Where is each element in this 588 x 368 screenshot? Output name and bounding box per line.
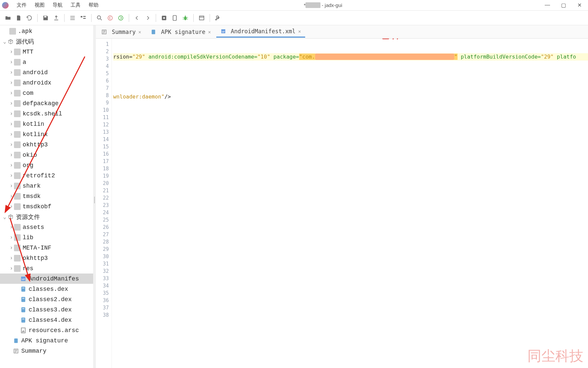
flatten-icon[interactable]	[68, 13, 77, 23]
tab-apk-signature[interactable]: APK signature ✕	[146, 27, 215, 37]
code-content[interactable]: rsion="29" android:compileSdkVersionCode…	[112, 39, 588, 368]
chevron-right-icon[interactable]	[9, 152, 14, 158]
tree-source-root[interactable]: 源代码	[0, 36, 93, 47]
tree-package[interactable]: tmsdkobf	[0, 201, 93, 212]
chevron-right-icon[interactable]	[9, 235, 14, 241]
tree-summary[interactable]: Summary	[0, 346, 93, 356]
close-icon[interactable]: ✕	[138, 29, 141, 35]
goto-right-icon[interactable]	[143, 13, 152, 23]
tree-label: kotlin	[23, 121, 44, 127]
tree-label: META-INF	[23, 245, 51, 251]
chevron-down-icon[interactable]	[2, 38, 7, 45]
tree-file[interactable]: MFAndroidManifes	[0, 274, 93, 284]
open-icon[interactable]	[3, 13, 13, 23]
wrench-icon[interactable]	[213, 13, 223, 23]
tab-manifest[interactable]: MF AndroidManifest.xml ✕	[216, 26, 305, 38]
menu-tools[interactable]: 工具	[67, 1, 85, 10]
minimize-button[interactable]: —	[543, 2, 551, 8]
package-icon	[14, 193, 21, 200]
tree-folder[interactable]: META-INF	[0, 243, 93, 253]
tree-package[interactable]: a	[0, 57, 93, 67]
splitter[interactable]	[93, 25, 96, 368]
tree-package[interactable]: kotlin	[0, 119, 93, 129]
chevron-right-icon[interactable]	[9, 70, 14, 76]
tree-folder[interactable]: assets	[0, 222, 93, 232]
tree-file[interactable]: classes2.dex	[0, 294, 93, 304]
chevron-right-icon[interactable]	[9, 162, 14, 168]
tree-package[interactable]: tmsdk	[0, 191, 93, 201]
tree-package[interactable]: android	[0, 67, 93, 78]
chevron-right-icon[interactable]	[9, 121, 14, 127]
goto-left-icon[interactable]	[132, 13, 142, 23]
tree-folder[interactable]: res	[0, 263, 93, 274]
svg-rect-0	[44, 16, 47, 17]
tree-file[interactable]: classes3.dex	[0, 304, 93, 315]
chevron-right-icon[interactable]	[9, 245, 14, 251]
separator	[193, 14, 194, 22]
tree-package[interactable]: kotlinx	[0, 129, 93, 139]
chevron-right-icon[interactable]	[9, 131, 14, 137]
chevron-right-icon[interactable]	[9, 111, 14, 117]
tree-file[interactable]: resources.arsc	[0, 325, 93, 335]
save-icon[interactable]	[41, 13, 50, 23]
tree-package[interactable]: retrofit2	[0, 170, 93, 181]
menu-nav[interactable]: 导航	[49, 1, 67, 10]
menu-file[interactable]: 文件	[13, 1, 31, 10]
forward-icon[interactable]	[116, 13, 125, 23]
chevron-right-icon[interactable]	[9, 193, 14, 199]
tree-package[interactable]: okhttp3	[0, 139, 93, 150]
chevron-right-icon[interactable]	[9, 204, 14, 210]
settings-icon[interactable]	[159, 13, 169, 23]
menu-help[interactable]: 帮助	[85, 1, 102, 10]
export-icon[interactable]	[52, 13, 61, 23]
tree-file[interactable]: classes4.dex	[0, 315, 93, 325]
preview-icon[interactable]	[170, 13, 179, 23]
chevron-right-icon[interactable]	[9, 173, 14, 179]
search-icon[interactable]	[95, 13, 104, 23]
project-tree[interactable]: .apk 源代码 MTTaandroidandroidxcomdefpackag…	[0, 25, 93, 368]
tree-package[interactable]: org	[0, 160, 93, 170]
chevron-down-icon[interactable]	[2, 214, 7, 220]
chevron-right-icon[interactable]	[9, 49, 14, 55]
refresh-icon[interactable]	[25, 13, 34, 23]
close-icon[interactable]: ✕	[208, 29, 211, 35]
separator	[129, 14, 129, 22]
chevron-right-icon[interactable]	[9, 266, 14, 272]
tree-package[interactable]: defpackage	[0, 98, 93, 108]
chevron-right-icon[interactable]	[9, 142, 14, 148]
tab-summary[interactable]: Summary ✕	[97, 27, 145, 37]
chevron-right-icon[interactable]	[9, 100, 14, 106]
bug-icon[interactable]	[181, 13, 190, 23]
back-icon[interactable]	[105, 13, 115, 23]
tree-package[interactable]: shark	[0, 181, 93, 191]
tree-label: MTT	[23, 49, 33, 55]
file-icon: MF	[20, 276, 27, 282]
menu-view[interactable]: 视图	[31, 1, 49, 10]
chevron-right-icon[interactable]	[9, 224, 14, 230]
chevron-right-icon[interactable]	[9, 255, 14, 261]
tree-icon[interactable]	[79, 13, 88, 23]
new-icon[interactable]	[14, 13, 23, 23]
chevron-right-icon[interactable]	[9, 59, 14, 65]
close-button[interactable]: ✕	[575, 2, 583, 8]
tree-package[interactable]: androidx	[0, 78, 93, 88]
tree-package[interactable]: okio	[0, 150, 93, 160]
panel-icon[interactable]	[197, 13, 206, 23]
chevron-right-icon[interactable]	[9, 183, 14, 189]
tree-folder[interactable]: okhttp3	[0, 253, 93, 263]
tree-apk-node[interactable]: .apk	[0, 26, 93, 36]
close-icon[interactable]: ✕	[298, 29, 301, 34]
maximize-button[interactable]: ▢	[559, 2, 567, 8]
chevron-right-icon[interactable]	[9, 80, 14, 86]
tree-resource-root[interactable]: 资源文件	[0, 212, 93, 222]
code-editor[interactable]: 1234567891011121314151617181920212223242…	[96, 39, 588, 368]
chevron-right-icon[interactable]	[9, 90, 14, 96]
tree-label: okhttp3	[23, 141, 48, 148]
tree-package[interactable]: com	[0, 88, 93, 98]
tree-package[interactable]: MTT	[0, 47, 93, 57]
tree-label: Summary	[21, 348, 47, 354]
tree-apk-signature[interactable]: APK signature	[0, 335, 93, 346]
tree-folder[interactable]: lib	[0, 232, 93, 243]
tree-package[interactable]: kcsdk.shell	[0, 108, 93, 119]
tree-file[interactable]: classes.dex	[0, 284, 93, 294]
